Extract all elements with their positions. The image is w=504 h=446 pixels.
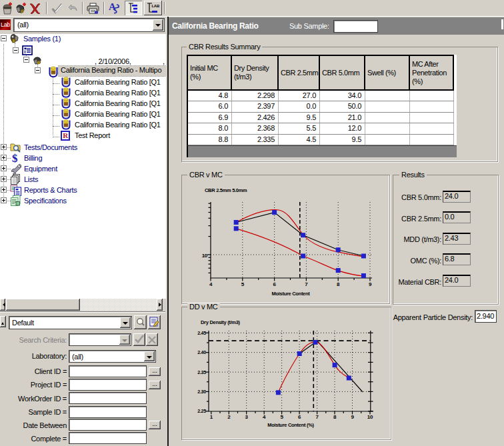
svg-text:Dry Density (t/m3): Dry Density (t/m3) <box>201 319 241 325</box>
svg-text:6: 6 <box>273 281 277 287</box>
svg-text:6: 6 <box>298 414 301 420</box>
svg-text:9: 9 <box>369 281 372 287</box>
svg-text:CBR 2.5mm 5.0mm: CBR 2.5mm 5.0mm <box>205 187 247 193</box>
svg-text:8: 8 <box>333 414 337 420</box>
svg-text:10: 10 <box>367 414 373 420</box>
svg-text:5: 5 <box>241 281 245 287</box>
svg-text:Moisture Content (%): Moisture Content (%) <box>267 422 314 428</box>
svg-text:4: 4 <box>209 281 213 287</box>
svg-text:7: 7 <box>305 281 308 287</box>
svg-text:7: 7 <box>316 414 319 420</box>
svg-text:Moisture Content: Moisture Content <box>272 291 311 297</box>
svg-text:5: 5 <box>281 414 284 420</box>
svg-text:1: 1 <box>210 414 213 420</box>
svg-text:10: 10 <box>202 253 208 259</box>
svg-text:3: 3 <box>245 414 249 420</box>
svg-text:2.25: 2.25 <box>197 408 206 414</box>
svg-text:LAB: LAB <box>152 4 160 8</box>
svg-text:9: 9 <box>351 414 354 420</box>
svg-text:2.45: 2.45 <box>197 330 206 336</box>
svg-text:4: 4 <box>263 414 266 420</box>
svg-text:2: 2 <box>227 414 231 420</box>
svg-text:2.30: 2.30 <box>197 389 206 395</box>
svg-text:8: 8 <box>337 281 340 287</box>
svg-text:2.40: 2.40 <box>197 349 206 355</box>
svg-text:2.35: 2.35 <box>197 369 206 375</box>
